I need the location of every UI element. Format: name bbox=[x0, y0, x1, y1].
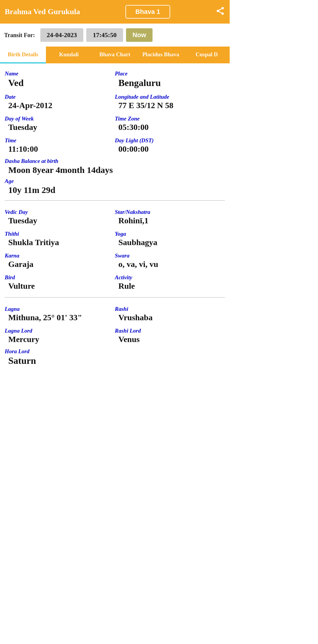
lonlat-col: Longitude and Latitude 77 E 35/12 N 58 bbox=[115, 91, 225, 111]
star-label: Star/Nakshatra bbox=[115, 209, 225, 215]
date-col: Date 24-Apr-2012 bbox=[5, 91, 115, 111]
rashi-label: Rashi bbox=[115, 306, 225, 312]
divider-2 bbox=[5, 297, 225, 298]
time-col: Time 11:10:00 bbox=[5, 134, 115, 155]
name-place-row: Name Ved Place Bengaluru bbox=[5, 67, 225, 90]
rashi-value: Vrushaba bbox=[118, 313, 225, 322]
transit-bar: Transit For: 24-04-2023 17:45:50 Now bbox=[0, 24, 230, 47]
lonlat-label: Longitude and Latitude bbox=[115, 94, 225, 100]
vedic-day-col: Vedic Day Tuesday bbox=[5, 206, 115, 227]
bird-value: Vulture bbox=[8, 281, 115, 291]
age-label: Age bbox=[5, 178, 225, 184]
time-dst-row: Time 11:10:00 Day Light (DST) 00:00:00 bbox=[5, 134, 225, 155]
tab-cuspal-d[interactable]: Cuspal D bbox=[184, 47, 230, 63]
lonlat-value: 77 E 35/12 N 58 bbox=[118, 101, 225, 110]
place-label: Place bbox=[115, 70, 225, 77]
time-label: Time bbox=[5, 137, 115, 144]
place-value: Bengaluru bbox=[118, 77, 225, 88]
dow-tz-row: Day of Week Tuesday Time Zone 05:30:00 bbox=[5, 113, 225, 133]
tab-birth-details[interactable]: Birth Details bbox=[0, 47, 46, 63]
tab-bhava-chart[interactable]: Bhava Chart bbox=[92, 47, 138, 63]
rashi-lord-col: Rashi Lord Venus bbox=[115, 325, 225, 345]
yoga-col: Yoga Saubhagya bbox=[115, 228, 225, 248]
karna-value: Garaja bbox=[8, 260, 115, 269]
dow-label: Day of Week bbox=[5, 115, 115, 122]
thithi-label: Thithi bbox=[5, 231, 115, 237]
yoga-value: Saubhagya bbox=[118, 238, 225, 247]
vedic-day-value: Tuesday bbox=[8, 216, 115, 225]
bird-label: Bird bbox=[5, 274, 115, 281]
rashi-lord-value: Venus bbox=[118, 335, 225, 344]
dasha-value: Moon 8year 4month 14days bbox=[8, 165, 225, 175]
now-button[interactable]: Now bbox=[126, 28, 153, 42]
transit-label: Transit For: bbox=[4, 32, 35, 39]
bhava-button[interactable]: Bhava 1 bbox=[125, 5, 170, 19]
star-value: Rohinī,1 bbox=[118, 216, 225, 225]
tab-placidus-bhava[interactable]: Placidus Bhava bbox=[138, 47, 184, 63]
divider-1 bbox=[5, 200, 225, 201]
tz-value: 05:30:00 bbox=[118, 123, 225, 132]
lagna-rashi-row: Lagna Mithuna, 25° 01' 33" Rashi Vrushab… bbox=[5, 303, 225, 323]
svg-line-4 bbox=[219, 9, 221, 10]
rashi-col: Rashi Vrushaba bbox=[115, 303, 225, 323]
svg-line-3 bbox=[219, 11, 221, 13]
tab-kundali[interactable]: Kundali bbox=[46, 47, 92, 63]
activity-label: Activity bbox=[115, 274, 225, 281]
swara-col: Swara o, va, vi, vu bbox=[115, 250, 225, 270]
dst-col: Day Light (DST) 00:00:00 bbox=[115, 134, 225, 155]
tz-col: Time Zone 05:30:00 bbox=[115, 113, 225, 133]
app-title: Brahma Ved Gurukula bbox=[5, 7, 80, 16]
swara-label: Swara bbox=[115, 252, 225, 259]
dst-label: Day Light (DST) bbox=[115, 137, 225, 144]
hora-lord-value: Saturn bbox=[8, 355, 225, 366]
lagna-col: Lagna Mithuna, 25° 01' 33" bbox=[5, 303, 115, 323]
karna-swara-row: Karna Garaja Swara o, va, vi, vu bbox=[5, 250, 225, 270]
star-col: Star/Nakshatra Rohinī,1 bbox=[115, 206, 225, 227]
place-col: Place Bengaluru bbox=[115, 67, 225, 90]
age-value: 10y 11m 29d bbox=[8, 185, 225, 195]
swara-value: o, va, vi, vu bbox=[118, 260, 225, 269]
svg-point-2 bbox=[221, 12, 224, 15]
app-header: Brahma Ved Gurukula Bhava 1 bbox=[0, 0, 230, 24]
time-value: 11:10:00 bbox=[8, 144, 115, 154]
dow-col: Day of Week Tuesday bbox=[5, 113, 115, 133]
karna-col: Karna Garaja bbox=[5, 250, 115, 270]
lagna-lord-label: Lagna Lord bbox=[5, 328, 115, 334]
rashi-lord-label: Rashi Lord bbox=[115, 328, 225, 334]
dasha-label: Dasha Balance at birth bbox=[5, 158, 225, 164]
lagna-lord-rashi-lord-row: Lagna Lord Mercury Rashi Lord Venus bbox=[5, 325, 225, 345]
transit-date[interactable]: 24-04-2023 bbox=[40, 28, 84, 42]
activity-value: Rule bbox=[118, 281, 225, 291]
thithi-col: Thithi Shukla Tritiya bbox=[5, 228, 115, 248]
lagna-value: Mithuna, 25° 01' 33" bbox=[8, 313, 115, 322]
tab-bar: Birth Details Kundali Bhava Chart Placid… bbox=[0, 47, 230, 63]
thithi-value: Shukla Tritiya bbox=[8, 238, 115, 247]
yoga-label: Yoga bbox=[115, 231, 225, 237]
date-label: Date bbox=[5, 94, 115, 100]
dst-value: 00:00:00 bbox=[118, 144, 225, 154]
vedic-day-star-row: Vedic Day Tuesday Star/Nakshatra Rohinī,… bbox=[5, 206, 225, 227]
name-value: Ved bbox=[8, 77, 115, 88]
thithi-yoga-row: Thithi Shukla Tritiya Yoga Saubhagya bbox=[5, 228, 225, 248]
svg-point-0 bbox=[221, 7, 224, 9]
share-icon[interactable] bbox=[216, 6, 225, 18]
date-lonlat-row: Date 24-Apr-2012 Longitude and Latitude … bbox=[5, 91, 225, 111]
name-label: Name bbox=[5, 70, 115, 77]
karna-label: Karna bbox=[5, 252, 115, 259]
transit-time[interactable]: 17:45:50 bbox=[86, 28, 123, 42]
tz-label: Time Zone bbox=[115, 115, 225, 122]
lagna-lord-col: Lagna Lord Mercury bbox=[5, 325, 115, 345]
date-value: 24-Apr-2012 bbox=[8, 101, 115, 110]
bird-col: Bird Vulture bbox=[5, 271, 115, 292]
lagna-label: Lagna bbox=[5, 306, 115, 312]
dow-value: Tuesday bbox=[8, 123, 115, 132]
birth-details-content: Name Ved Place Bengaluru Date 24-Apr-201… bbox=[0, 63, 230, 371]
hora-lord-label: Hora Lord bbox=[5, 348, 225, 355]
bird-activity-row: Bird Vulture Activity Rule bbox=[5, 271, 225, 292]
lagna-lord-value: Mercury bbox=[8, 335, 115, 344]
name-col: Name Ved bbox=[5, 67, 115, 90]
svg-point-1 bbox=[217, 10, 219, 12]
activity-col: Activity Rule bbox=[115, 271, 225, 292]
vedic-day-label: Vedic Day bbox=[5, 209, 115, 215]
